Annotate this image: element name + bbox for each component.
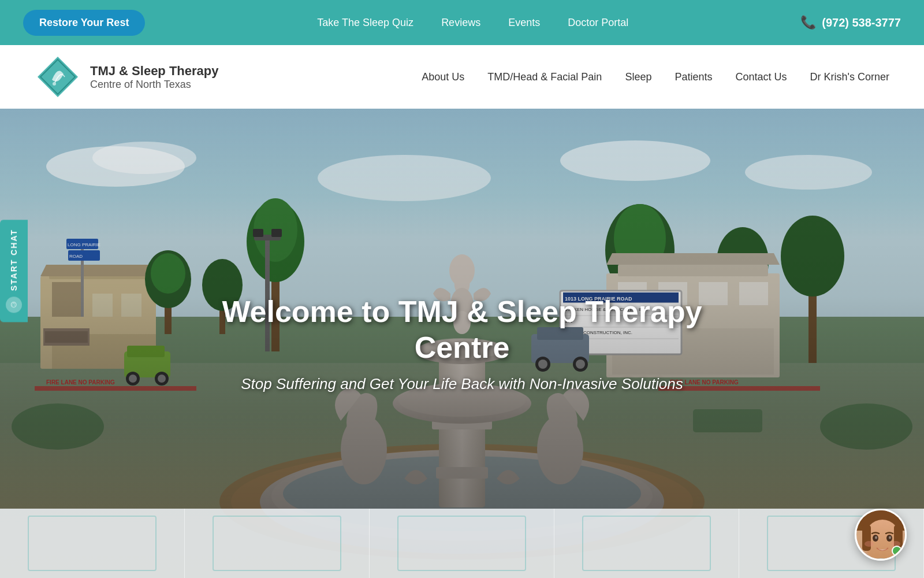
nav-tmd[interactable]: TMD/Head & Facial Pain: [487, 71, 602, 83]
phone-icon: 📞: [800, 15, 816, 30]
nav-sleep-quiz[interactable]: Take The Sleep Quiz: [317, 17, 413, 29]
logo-line2: Centre of North Texas: [90, 79, 219, 91]
svg-point-2: [53, 82, 56, 86]
nav-events[interactable]: Events: [508, 17, 540, 29]
bottom-card-4[interactable]: [554, 509, 739, 578]
nav-about[interactable]: About Us: [422, 71, 464, 83]
logo-text: TMJ & Sleep Therapy Centre of North Texa…: [90, 64, 219, 91]
main-nav-links: About Us TMD/Head & Facial Pain Sleep Pa…: [422, 71, 889, 83]
bottom-card-1[interactable]: [0, 509, 185, 578]
svg-point-107: [889, 536, 891, 539]
phone-area: 📞 (972) 538-3777: [800, 15, 901, 30]
bottom-card-3[interactable]: [370, 509, 554, 578]
nav-doctor-portal[interactable]: Doctor Portal: [568, 17, 628, 29]
top-bar: Restore Your Rest Take The Sleep Quiz Re…: [0, 0, 924, 45]
phone-number: (972) 538-3777: [822, 16, 901, 29]
start-chat-widget[interactable]: ☺ START CHAT: [0, 220, 28, 322]
hero-section: LONG PRAIRIE ROAD: [0, 109, 924, 578]
logo-area[interactable]: TMJ & Sleep Therapy Centre of North Texa…: [35, 54, 219, 100]
chat-face-icon: ☺: [6, 297, 22, 313]
main-nav: TMJ & Sleep Therapy Centre of North Texa…: [0, 45, 924, 109]
bottom-card-2[interactable]: [185, 509, 370, 578]
nav-drkrish[interactable]: Dr Krish's Corner: [810, 71, 889, 83]
hero-subtitle: Stop Suffering and Get Your Life Back wi…: [202, 375, 722, 393]
logo-line1: TMJ & Sleep Therapy: [90, 64, 219, 79]
svg-rect-102: [862, 525, 871, 551]
start-chat-label: START CHAT: [9, 229, 18, 291]
nav-contact[interactable]: Contact Us: [735, 71, 787, 83]
restore-button[interactable]: Restore Your Rest: [23, 10, 145, 36]
top-nav: Take The Sleep Quiz Reviews Events Docto…: [145, 17, 800, 29]
nav-sleep[interactable]: Sleep: [625, 71, 651, 83]
avatar-widget[interactable]: [855, 509, 907, 561]
logo-icon: [35, 54, 81, 100]
hero-text: Welcome to TMJ & Sleep Therapy Centre St…: [202, 294, 722, 393]
bottom-cards: [0, 509, 924, 578]
online-indicator: [892, 546, 902, 556]
svg-point-106: [875, 536, 877, 539]
svg-point-108: [865, 541, 874, 547]
nav-reviews[interactable]: Reviews: [441, 17, 480, 29]
nav-patients[interactable]: Patients: [675, 71, 712, 83]
hero-title: Welcome to TMJ & Sleep Therapy Centre: [202, 294, 722, 366]
